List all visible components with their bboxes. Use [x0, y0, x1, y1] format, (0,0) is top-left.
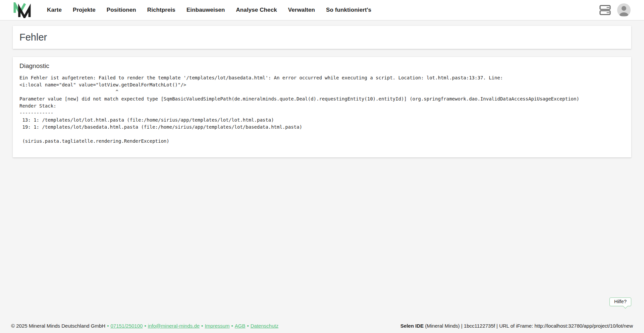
nav-item-positionen[interactable]: Positionen — [107, 7, 136, 13]
nav-item-einbauweisen[interactable]: Einbauweisen — [186, 7, 225, 13]
diagnostic-card: Diagnostic Ein Fehler ist aufgetreten: F… — [13, 57, 631, 157]
footer-separator: • — [144, 323, 146, 329]
dns-menu-button[interactable] — [599, 4, 611, 16]
copyright-text: © 2025 Mineral Minds Deutschland GmbH — [11, 323, 105, 329]
nav-item-analyse-check[interactable]: Analyse Check — [236, 7, 277, 13]
user-icon — [617, 3, 631, 17]
footer-status-text: (Mineral Minds) | 1bcc1122735f | URL of … — [424, 323, 633, 329]
mineral-minds-logo[interactable] — [13, 2, 31, 18]
dns-icon — [599, 4, 611, 16]
nav-item-so-funktionierts[interactable]: So funktioniert's — [326, 7, 371, 13]
main-content: Fehler Diagnostic Ein Fehler ist aufgetr… — [0, 20, 644, 333]
footer-legal: © 2025 Mineral Minds Deutschland GmbH•07… — [11, 323, 278, 329]
header-actions — [599, 3, 631, 17]
footer-link-phone[interactable]: 07151/250100 — [110, 323, 143, 329]
diagnostic-heading: Diagnostic — [19, 62, 625, 70]
footer-separator: • — [231, 323, 233, 329]
main-nav: Karte Projekte Positionen Richtpreis Ein… — [47, 7, 371, 13]
help-button[interactable]: Hilfe? — [609, 297, 631, 306]
footer-link-impressum[interactable]: Impressum — [205, 323, 229, 329]
footer: © 2025 Mineral Minds Deutschland GmbH•07… — [0, 323, 644, 333]
nav-item-richtpreis[interactable]: Richtpreis — [147, 7, 175, 13]
nav-item-projekte[interactable]: Projekte — [73, 7, 96, 13]
error-title-card: Fehler — [13, 26, 631, 49]
footer-link-email[interactable]: info@mineral-minds.de — [148, 323, 200, 329]
nav-item-verwalten[interactable]: Verwalten — [288, 7, 315, 13]
footer-link-agb[interactable]: AGB — [235, 323, 246, 329]
footer-status: Selen IDE (Mineral Minds) | 1bcc1122735f… — [400, 323, 633, 329]
page-title: Fehler — [19, 32, 47, 43]
user-avatar[interactable] — [617, 3, 631, 17]
footer-app-name: Selen IDE — [400, 323, 424, 329]
diagnostic-output: Ein Fehler ist aufgetreten: Failed to re… — [19, 74, 625, 145]
footer-separator: • — [107, 323, 109, 329]
footer-separator: • — [201, 323, 203, 329]
footer-separator: • — [247, 323, 249, 329]
nav-item-karte[interactable]: Karte — [47, 7, 62, 13]
app-header: Karte Projekte Positionen Richtpreis Ein… — [0, 0, 644, 20]
footer-link-datenschutz[interactable]: Datenschutz — [251, 323, 278, 329]
